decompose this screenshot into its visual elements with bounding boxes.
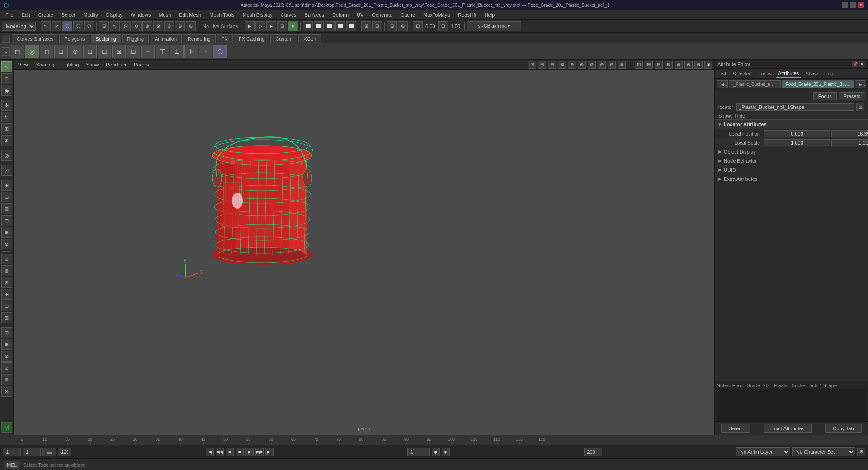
vp-icon3[interactable]: ⊟ [548, 61, 556, 69]
snap-surface[interactable]: ⊙ [132, 21, 142, 31]
snap-btn8[interactable]: ⊛ [175, 21, 185, 31]
tool-extra5[interactable]: ⊟ [1, 301, 12, 311]
vp-icon14[interactable]: ⊠ [665, 61, 673, 69]
shelf-icon-hex[interactable]: ⬡ [213, 45, 227, 58]
shelf-icon-7[interactable]: ⊟ [98, 45, 111, 58]
vp-icon9[interactable]: ⊝ [608, 61, 616, 69]
load-attributes-button[interactable]: Load Attributes [764, 424, 812, 433]
vp-icon15[interactable]: ⊕ [675, 61, 683, 69]
close-button[interactable]: ✕ [858, 2, 864, 8]
attr-tab-attributes[interactable]: Attributes [776, 70, 801, 78]
node-next-btn[interactable]: ▶ [855, 80, 866, 88]
shelf-tab-fxcaching[interactable]: FX Caching [234, 34, 269, 43]
shelf-tab-polygons[interactable]: Polygons [59, 34, 90, 43]
range-box[interactable]: ▬ [42, 448, 56, 456]
shelf-icon-6[interactable]: ⊞ [83, 45, 97, 58]
tool-bot5[interactable]: ⊛ [1, 374, 12, 385]
frame-current-input[interactable] [23, 448, 41, 456]
menu-help[interactable]: Help [481, 11, 499, 19]
vp-icon7[interactable]: ⊘ [588, 61, 596, 69]
misc-btn1[interactable]: ⊞ [387, 21, 397, 31]
character-set-selector[interactable]: No Character Set [792, 447, 855, 456]
attr-tab-list[interactable]: List [717, 70, 728, 77]
anim-btn1[interactable]: ⊞ [361, 21, 371, 31]
attr-tab-show[interactable]: Show [803, 70, 820, 77]
local-pos-x[interactable] [764, 130, 830, 137]
shelf-tab-fx[interactable]: FX [217, 34, 233, 43]
attr-pin-btn[interactable]: 📌 [852, 61, 858, 67]
shelf-tab-custom[interactable]: Custom [270, 34, 297, 43]
locator-attributes-section[interactable]: ▼ Locator Attributes [715, 119, 868, 129]
tool-btn-5[interactable]: ⬡ [84, 21, 94, 31]
vp-icon1[interactable]: ⊡ [528, 61, 536, 69]
hide-label[interactable]: Hide [735, 113, 745, 118]
notes-content[interactable] [717, 389, 866, 421]
vp-icon5[interactable]: ⊕ [568, 61, 576, 69]
menu-display[interactable]: Display [103, 11, 126, 19]
shelf-tab-rendering[interactable]: Rendering [183, 34, 216, 43]
shelf-icon-vertex[interactable]: ◎ [25, 45, 39, 58]
tool-extra6[interactable]: ⊠ [1, 312, 12, 323]
copy-tab-button[interactable]: Copy Tab [825, 424, 861, 433]
menu-cache[interactable]: Cache [397, 11, 419, 19]
scale-tool[interactable]: ⊞ [1, 123, 12, 134]
shelf-icon-face[interactable]: ⊡ [54, 45, 68, 58]
snap-btn7[interactable]: ⊘ [164, 21, 174, 31]
shelf-icon-9[interactable]: ⊡ [127, 45, 140, 58]
node-tab-2[interactable]: Food_Grade_20L_Plastic_Bucket_ncll_1Shap… [782, 80, 854, 88]
anim-end-input[interactable] [584, 448, 602, 456]
shelf-icon-13[interactable]: ⊦ [184, 45, 198, 58]
attr-tab-selected[interactable]: Selected [731, 70, 754, 77]
tool-bot4[interactable]: ⊘ [1, 362, 12, 373]
render-region[interactable]: ⊞ [1, 180, 12, 191]
vp-icon17[interactable]: ⊘ [694, 61, 703, 69]
render-seq[interactable]: ⊕ [1, 227, 12, 238]
color-space-btn[interactable]: sRGB gamma ▾ [467, 21, 521, 31]
menu-edit[interactable]: Edit [18, 11, 34, 19]
snap-grid[interactable]: ⊞ [99, 21, 109, 31]
vp-icon6[interactable]: ⊗ [578, 61, 586, 69]
vp-shading-menu[interactable]: Shading [33, 61, 57, 68]
menu-file[interactable]: File [2, 11, 17, 19]
rotate-tool[interactable]: ↻ [1, 112, 12, 122]
icon-btn1[interactable]: ⬜ [303, 21, 313, 31]
frame-end-field[interactable] [58, 448, 71, 456]
attr-close-btn[interactable]: ✕ [859, 61, 865, 67]
vp-show-menu[interactable]: Show [84, 61, 102, 68]
misc-btn2[interactable]: ⊕ [398, 21, 408, 31]
tool-btn-1[interactable]: ↖ [41, 21, 51, 31]
vp-view-menu[interactable]: View [15, 61, 32, 68]
tool-bot3[interactable]: ⊗ [1, 351, 12, 362]
anim-goto-start[interactable]: |◀ [206, 448, 214, 456]
menu-redshift[interactable]: Redshift [454, 11, 480, 19]
menu-uv[interactable]: UV [353, 11, 367, 19]
vp-icon2[interactable]: ⊞ [538, 61, 546, 69]
render-cam[interactable]: ⊟ [1, 192, 12, 202]
anim-step-fwd[interactable]: ▶▶ [255, 448, 264, 456]
presets-button[interactable]: Presets [839, 92, 865, 100]
anim-play-fwd[interactable]: ▶ [245, 448, 254, 456]
shelf-tab-rigging[interactable]: Rigging [122, 34, 149, 43]
current-frame-display[interactable] [407, 448, 430, 456]
soft-select[interactable]: ◎ [1, 150, 12, 161]
local-scale-y[interactable] [831, 139, 868, 146]
tool-bot1[interactable]: ⊡ [1, 327, 12, 338]
shelf-icon-toggle[interactable]: ≡ [2, 47, 10, 56]
tool-btn-2[interactable]: ↗ [52, 21, 61, 31]
shelf-icon-edge[interactable]: ⊓ [40, 45, 53, 58]
anim-goto-end[interactable]: ▶| [265, 448, 274, 456]
viewport-canvas[interactable]: X Y persp [14, 70, 714, 435]
anim-stop[interactable]: ■ [236, 448, 244, 456]
vp-lighting-menu[interactable]: Lighting [59, 61, 82, 68]
vp-icon16[interactable]: ⊗ [684, 61, 693, 69]
snap-btn6[interactable]: ⊗ [153, 21, 163, 31]
tool-extra2[interactable]: ⊛ [1, 265, 12, 276]
node-behavior-section[interactable]: ▶ Node Behavior [715, 156, 868, 165]
vp-icon10[interactable]: ◎ [618, 61, 626, 69]
select-tool[interactable]: ↖ [1, 61, 12, 72]
vp-icon11[interactable]: ⊡ [635, 61, 643, 69]
snap-curve[interactable]: ∿ [110, 21, 120, 31]
frame-start-input[interactable] [3, 448, 21, 456]
shelf-tab-curves-surfaces[interactable]: Curves Surfaces [12, 34, 58, 43]
shelf-tab-xgen[interactable]: XGen [298, 34, 321, 43]
